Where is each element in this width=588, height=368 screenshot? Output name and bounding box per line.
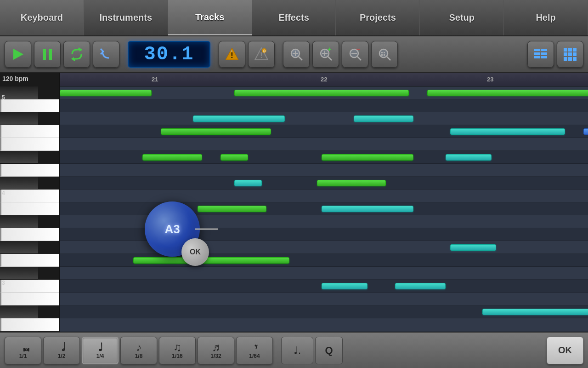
main-area: 120 bpm 5 4 3 21 22 23 [0,73,588,332]
svg-rect-42 [564,57,567,61]
svg-rect-43 [568,57,572,61]
svg-rect-35 [541,56,547,58]
ruler-mark-23: 23 [487,76,493,83]
metronome-warning-2[interactable]: ! ⚙ [248,41,275,68]
zoom-fit-button[interactable] [283,41,310,68]
ok-label: OK [558,345,572,356]
pitch-bubble: A3 OK [145,201,200,257]
svg-rect-1 [43,49,46,60]
loop-button[interactable] [63,41,90,68]
tab-help[interactable]: Help [504,0,588,35]
svg-rect-33 [541,52,547,55]
svg-line-8 [260,51,261,52]
svg-rect-34 [534,56,540,58]
ruler-mark-22: 22 [321,76,327,83]
tab-keyboard[interactable]: Keyboard [0,0,84,35]
pitch-note-label: A3 [164,222,180,236]
play-button[interactable] [5,41,31,68]
bottom-bar: 𝅜 1/1 𝅗𝅥 1/2 ♩ 1/4 ♪ 1/8 ♫ 1/16 ♬ 1/32 𝄾… [0,332,588,368]
undo-button[interactable] [93,41,119,68]
svg-line-21 [357,57,361,60]
zoom-in-button[interactable]: + [312,41,339,68]
tab-tracks[interactable]: Tracks [168,0,252,35]
list-view-button[interactable] [527,41,554,68]
note-button-1-32[interactable]: ♬ 1/32 [198,337,234,364]
svg-marker-0 [13,49,23,60]
pitch-ok-button[interactable]: OK [181,238,209,266]
piano-keyboard: 120 bpm 5 4 3 [0,73,60,332]
pause-button[interactable] [34,41,61,68]
svg-line-25 [387,57,390,60]
tab-instruments[interactable]: Instruments [84,0,168,35]
note-button-1-64[interactable]: 𝄾 1/64 [236,337,273,364]
zoom-out-button[interactable]: − [342,41,368,68]
svg-rect-28 [381,54,383,56]
svg-rect-40 [568,52,572,56]
svg-text:+: + [328,47,331,53]
tempo-display: 30.1 [128,41,210,68]
note-button-1-1[interactable]: 𝅜 1/1 [5,337,41,364]
tab-effects[interactable]: Effects [252,0,336,35]
track-area: 21 22 23 A3 OK [60,73,588,332]
track-ruler: 21 22 23 [60,73,588,86]
svg-rect-27 [384,52,385,53]
svg-rect-29 [384,54,385,56]
zoom-select-button[interactable] [371,41,398,68]
grid-view-button[interactable] [557,41,583,68]
dotted-note-button[interactable]: ♩. [281,337,313,364]
svg-line-5 [231,51,232,52]
svg-rect-2 [49,49,52,60]
note-button-1-16[interactable]: ♫ 1/16 [159,337,196,364]
pitch-bubble-circle[interactable]: A3 OK [145,201,200,257]
svg-text:−: − [356,47,360,53]
note-button-1-2[interactable]: 𝅗𝅥 1/2 [43,337,80,364]
quantize-button[interactable]: Q [315,337,343,364]
top-navigation: Keyboard Instruments Tracks Effects Proj… [0,0,588,36]
svg-rect-30 [534,49,540,51]
note-button-1-4[interactable]: ♩ 1/4 [82,337,119,364]
svg-rect-31 [541,49,547,51]
toolbar: 30.1 ! ! ⚙ [0,36,588,73]
svg-rect-26 [381,52,383,53]
svg-rect-39 [564,52,567,56]
svg-rect-37 [568,48,572,52]
tab-projects[interactable]: Projects [336,0,420,35]
ruler-mark-21: 21 [152,76,158,83]
svg-text:!: ! [231,52,233,59]
track-content: A3 OK [60,86,588,332]
note-button-1-8[interactable]: ♪ 1/8 [120,337,157,364]
dotted-note-icon: ♩. [294,345,301,356]
metronome-warning-1[interactable]: ! [219,41,245,68]
svg-rect-44 [573,57,577,61]
pitch-bubble-line [195,229,218,230]
svg-rect-36 [564,48,567,52]
bpm-label: 120 bpm [2,75,28,82]
svg-rect-41 [573,52,577,56]
svg-line-12 [299,57,302,60]
tab-setup[interactable]: Setup [420,0,504,35]
svg-text:⚙: ⚙ [262,49,266,53]
quantize-label: Q [325,345,333,356]
svg-line-16 [328,57,332,60]
svg-rect-32 [534,52,540,55]
ok-button[interactable]: OK [547,337,583,364]
svg-rect-38 [573,48,577,52]
